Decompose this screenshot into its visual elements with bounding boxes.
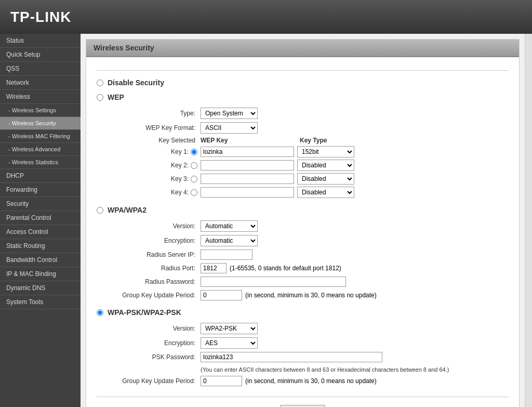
wpa-version-select[interactable]: Automatic WPA WPA2 (201, 220, 258, 232)
psk-password-note-row: (You can enter ASCII characters between … (117, 365, 509, 373)
wpa-encryption-label: Encryption: (117, 237, 201, 244)
key1-input[interactable] (201, 147, 294, 157)
save-button[interactable]: Save (280, 405, 326, 407)
sidebar-item-dynamic-dns[interactable]: Dynamic DNS (0, 281, 81, 295)
sidebar-item-forwarding[interactable]: Forwarding (0, 183, 81, 197)
psk-encryption-label: Encryption: (117, 339, 201, 347)
wpa-psk-section-header: WPA-PSK/WPA2-PSK (97, 308, 509, 317)
wpa-wpa2-section-header: WPA/WPA2 (97, 206, 509, 214)
radius-server-ip-label: Radius Server IP: (117, 251, 201, 258)
radius-server-ip-value (201, 250, 252, 260)
key1-row: Key 1: Disabled 64bit 128bit 152bit (117, 146, 509, 157)
wep-form: Type: Open System Shared Key Automatic W… (117, 108, 509, 198)
sidebar-item-dhcp[interactable]: DHCP (0, 169, 81, 183)
psk-version-label: Version: (117, 325, 201, 332)
key4-type-select[interactable]: Disabled 64bit 128bit 152bit (297, 187, 354, 198)
psk-password-note: (You can enter ASCII characters between … (201, 366, 449, 373)
sidebar-item-status[interactable]: Status (0, 34, 81, 48)
type-value: Open System Shared Key Automatic (201, 108, 258, 119)
wpa-wpa2-radio[interactable] (97, 207, 103, 214)
psk-version-select[interactable]: Automatic WPA-PSK WPA2-PSK (201, 323, 258, 334)
key3-type-select[interactable]: Disabled 64bit 128bit 152bit (297, 173, 354, 185)
sidebar-item-wireless-statistics[interactable]: - Wireless Statistics (0, 156, 81, 169)
psk-encryption-row: Encryption: Automatic TKIP AES (117, 337, 509, 349)
radius-password-row: Radius Password: (117, 277, 509, 287)
key-selected-col: Key Selected (117, 137, 201, 144)
sidebar-item-qss[interactable]: QSS (0, 62, 81, 76)
psk-group-key-input[interactable] (201, 376, 242, 386)
sidebar-item-bandwidth-control[interactable]: Bandwidth Control (0, 253, 81, 267)
key4-radio[interactable] (191, 189, 197, 196)
key2-row: Key 2: Disabled 64bit 128bit 152bit (117, 160, 509, 171)
type-select[interactable]: Open System Shared Key Automatic (201, 108, 258, 119)
key-type-col: Key Type (300, 137, 352, 144)
wpa-group-key-row: Group Key Update Period: (in second, min… (117, 290, 509, 300)
key3-radio[interactable] (191, 176, 197, 182)
key4-input[interactable] (201, 187, 294, 198)
psk-password-value[interactable] (201, 352, 382, 362)
radius-server-ip-input[interactable] (201, 250, 252, 260)
sidebar-item-quick-setup[interactable]: Quick Setup (0, 48, 81, 62)
wep-key-format-select[interactable]: ASCII Hexadecimal (201, 122, 258, 134)
wpa-psk-form: Version: Automatic WPA-PSK WPA2-PSK Encr… (117, 323, 509, 386)
key2-radio[interactable] (191, 162, 197, 169)
key4-row: Key 4: Disabled 64bit 128bit 152bit (117, 187, 509, 198)
psk-encryption-select[interactable]: Automatic TKIP AES (201, 337, 258, 349)
wep-key-format-label: WEP Key Format: (117, 124, 201, 132)
key3-input[interactable] (201, 174, 294, 184)
wpa-version-label: Version: (117, 222, 201, 230)
sidebar-item-wireless-security[interactable]: - Wireless Security (0, 117, 81, 130)
save-section: Save (97, 397, 509, 407)
psk-password-input[interactable] (201, 352, 382, 362)
header: TP-LINK (0, 0, 532, 34)
wpa-encryption-select[interactable]: Automatic TKIP AES (201, 235, 258, 246)
sidebar-item-wireless-advanced[interactable]: - Wireless Advanced (0, 143, 81, 156)
sidebar-item-parental-control[interactable]: Parental Control (0, 211, 81, 225)
key1-label: Key 1: (117, 148, 201, 155)
key2-input[interactable] (201, 160, 294, 170)
scrollbar[interactable] (525, 34, 532, 407)
sidebar-item-static-routing[interactable]: Static Routing (0, 239, 81, 253)
wpa-version-value: Automatic WPA WPA2 (201, 220, 258, 232)
radius-port-input[interactable] (201, 263, 227, 273)
wpa-psk-radio[interactable] (97, 309, 103, 316)
wpa-wpa2-label: WPA/WPA2 (108, 206, 147, 214)
key2-type-select[interactable]: Disabled 64bit 128bit 152bit (297, 160, 354, 171)
psk-encryption-value: Automatic TKIP AES (201, 337, 258, 349)
wpa-encryption-row: Encryption: Automatic TKIP AES (117, 235, 509, 246)
wep-key-format-row: WEP Key Format: ASCII Hexadecimal (117, 122, 509, 134)
sidebar-item-network[interactable]: Network (0, 76, 81, 90)
sidebar-item-security[interactable]: Security (0, 197, 81, 211)
sidebar-item-wireless[interactable]: Wireless (0, 90, 81, 104)
type-label: Type: (117, 110, 201, 117)
page-title: Wireless Security (86, 40, 519, 57)
radius-port-note: (1-65535, 0 stands for default port 1812… (230, 265, 341, 272)
content-body: Disable Security WEP Type: Open System S (86, 57, 519, 407)
psk-version-value: Automatic WPA-PSK WPA2-PSK (201, 323, 258, 334)
radius-port-value: (1-65535, 0 stands for default port 1812… (201, 263, 341, 273)
radius-port-row: Radius Port: (1-65535, 0 stands for defa… (117, 263, 509, 273)
sidebar-item-wireless-settings[interactable]: - Wireless Settings (0, 104, 81, 117)
disable-security-radio[interactable] (97, 80, 103, 86)
key1-radio[interactable] (191, 149, 197, 155)
wep-key-format-value: ASCII Hexadecimal (201, 122, 258, 134)
sidebar-item-system-tools[interactable]: System Tools (0, 295, 81, 309)
psk-group-key-note: (in second, minimum is 30, 0 means no up… (245, 377, 377, 385)
key1-type-select[interactable]: Disabled 64bit 128bit 152bit (297, 146, 354, 157)
wpa-group-key-value: (in second, minimum is 30, 0 means no up… (201, 290, 377, 300)
wep-section-header: WEP (97, 93, 509, 101)
key2-label: Key 2: (117, 162, 201, 169)
wpa-group-key-input[interactable] (201, 290, 242, 300)
main-layout: StatusQuick SetupQSSNetworkWireless- Wir… (0, 34, 532, 407)
disable-security-label: Disable Security (108, 78, 164, 87)
sidebar-item-wireless-mac-filtering[interactable]: - Wireless MAC Filtering (0, 130, 81, 143)
sidebar: StatusQuick SetupQSSNetworkWireless- Wir… (0, 34, 81, 407)
key3-label: Key 3: (117, 175, 201, 182)
radius-password-input[interactable] (201, 277, 346, 287)
psk-group-key-value: (in second, minimum is 30, 0 means no up… (201, 376, 377, 386)
psk-password-label: PSK Password: (117, 353, 201, 361)
wep-radio[interactable] (97, 94, 103, 101)
sidebar-item-access-control[interactable]: Access Control (0, 225, 81, 239)
wpa-psk-label: WPA-PSK/WPA2-PSK (108, 308, 181, 317)
sidebar-item-ip-mac-binding[interactable]: IP & MAC Binding (0, 267, 81, 281)
